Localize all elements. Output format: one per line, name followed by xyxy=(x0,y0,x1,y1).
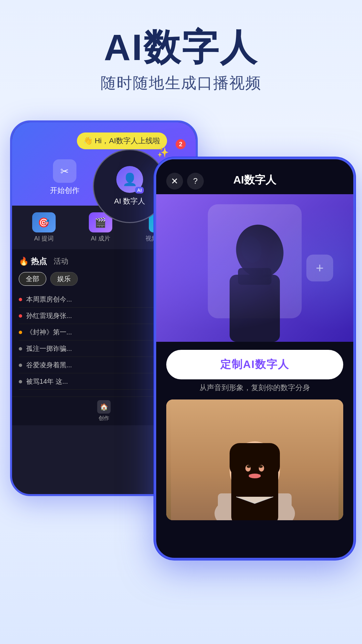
front-phone-title: AI数字人 xyxy=(233,173,276,187)
presenter-card xyxy=(166,399,343,520)
notification-bubble: 👋 Hi，AI数字人上线啦 xyxy=(77,132,167,149)
filter-entertainment[interactable]: 娱乐 xyxy=(50,272,78,286)
dot-orange xyxy=(19,331,22,334)
ai-prompter-icon: 🎯 xyxy=(32,212,56,232)
fire-icon: 🔥 xyxy=(19,257,29,266)
hot-tab-trending[interactable]: 🔥 热点 xyxy=(19,256,47,267)
avatar-showcase: + xyxy=(156,194,353,342)
help-button[interactable]: ? xyxy=(187,173,204,190)
hot-item-text: 本周票房创今... xyxy=(26,294,72,304)
presenter-image xyxy=(166,399,343,520)
nav-create-label: 创作 xyxy=(99,415,109,422)
nav-create[interactable]: 🏠 创作 xyxy=(97,400,111,422)
help-icon: ? xyxy=(193,176,197,186)
dot-red xyxy=(19,314,22,318)
tool-ai-video[interactable]: 🎬 AI 成片 xyxy=(89,212,112,243)
dot-red xyxy=(19,298,22,301)
front-header: ✕ ? AI数字人 xyxy=(156,159,353,194)
customize-subtitle: 从声音到形象，复刻你的数字分身 xyxy=(166,383,343,393)
close-icon: ✕ xyxy=(171,176,178,186)
svg-rect-4 xyxy=(250,270,263,280)
hot-item-text: 《封神》第一... xyxy=(26,327,72,337)
phones-container: 👋 Hi，AI数字人上线啦 2 ✂ 开始创作 📋 草稿箱 xyxy=(0,110,362,573)
hot-item-text: 谷爱凌身着黑... xyxy=(26,360,72,370)
dh-popup-label: AI 数字人 xyxy=(114,196,145,206)
svg-rect-11 xyxy=(230,443,280,477)
plus-icon: + xyxy=(316,261,323,276)
customize-button[interactable]: 定制AI数字人 xyxy=(166,350,343,379)
hot-item-text: 孤注一掷诈骗... xyxy=(26,344,72,353)
svg-point-15 xyxy=(259,465,263,468)
dot-gray xyxy=(19,364,22,367)
avatar-silhouette xyxy=(211,214,298,342)
hot-item-text: 孙红雷现身张... xyxy=(26,311,72,320)
hot-item-text: 被骂14年 这... xyxy=(26,377,68,386)
close-button[interactable]: ✕ xyxy=(166,173,183,190)
svg-point-14 xyxy=(247,465,251,468)
dot-gray xyxy=(19,380,22,383)
hot-tab-label: 热点 xyxy=(31,256,47,267)
filter-all[interactable]: 全部 xyxy=(19,272,46,286)
dot-gray xyxy=(19,347,22,351)
svg-point-16 xyxy=(249,474,261,478)
sparkle-icon: ✨ xyxy=(157,147,169,158)
scissors-icon: ✂ xyxy=(53,159,76,183)
notification-text: Hi，AI数字人上线啦 xyxy=(95,136,160,146)
tool-prompter-label: AI 提词 xyxy=(34,234,54,243)
tool-video-label: AI 成片 xyxy=(91,234,110,243)
hero-subtitle: 随时随地生成口播视频 xyxy=(0,73,362,94)
home-icon: 🏠 xyxy=(97,400,111,414)
action-create-label: 开始创作 xyxy=(50,185,79,196)
number-badge: 2 xyxy=(176,139,186,149)
ai-badge: AI xyxy=(135,187,144,194)
action-create[interactable]: ✂ 开始创作 xyxy=(50,159,79,196)
hero-title: AI数字人 xyxy=(0,27,362,67)
tool-ai-prompter[interactable]: 🎯 AI 提词 xyxy=(32,212,56,243)
add-avatar-button[interactable]: + xyxy=(306,255,333,281)
dh-avatar: 👤 AI xyxy=(116,166,143,193)
activity-tab-label: 活动 xyxy=(54,257,68,265)
notification-emoji: 👋 xyxy=(83,137,93,145)
phone-front: ✕ ? AI数字人 xyxy=(154,157,355,560)
hot-tab-activity[interactable]: 活动 xyxy=(54,256,68,266)
hero-section: AI数字人 随时随地生成口播视频 xyxy=(0,0,362,107)
